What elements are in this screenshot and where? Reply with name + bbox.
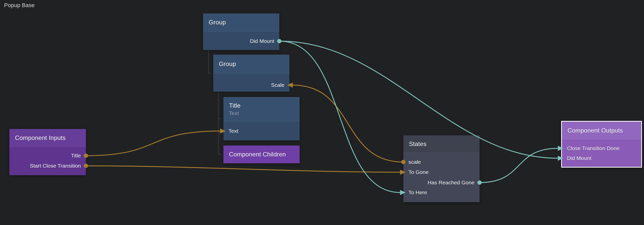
node-title: Group: [219, 60, 289, 68]
port-label-scale: scale: [408, 158, 421, 166]
node-group-2[interactable]: GroupScale: [213, 55, 289, 92]
node-component-outputs[interactable]: Component OutputsClose Transition DoneDi…: [561, 121, 642, 168]
canvas-title: Popup Base: [4, 2, 35, 9]
node-header: Group: [203, 13, 279, 31]
node-title: Component Inputs: [15, 134, 86, 141]
port-label-close-transition-done: Close Transition Done: [567, 144, 620, 152]
node-title: Group: [209, 19, 279, 26]
node-title: Component Outputs: [568, 127, 641, 134]
node-title: Title: [229, 102, 300, 109]
node-title: Component Children: [229, 151, 300, 158]
hierarchy-connector: [208, 50, 211, 73]
hierarchy-connector: [219, 92, 221, 154]
port-label-title: Title: [71, 152, 81, 159]
node-header: Component Outputs: [562, 122, 641, 139]
node-header: TitleText: [223, 97, 300, 121]
node-canvas[interactable]: GroupDid MountGroupScaleTitleTextTextCom…: [0, 0, 644, 225]
node-title: States: [409, 140, 480, 148]
node-header: Component Inputs: [9, 129, 86, 147]
port-label-to-gone: To Gone: [408, 168, 428, 176]
node-states[interactable]: StatesscaleTo GoneHas Reached GoneTo Her…: [403, 135, 480, 202]
node-header: Group: [213, 55, 289, 73]
node-header: States: [403, 135, 480, 153]
port-label-did-mount: Did Mount: [567, 154, 591, 162]
hierarchy-lines-layer: [0, 0, 644, 225]
node-group-1[interactable]: GroupDid Mount: [203, 13, 279, 50]
node-component-inputs[interactable]: Component InputsTitleStart Close Transit…: [9, 129, 86, 175]
port-label-has-reached-gone: Has Reached Gone: [428, 179, 474, 186]
port-label-text: Text: [228, 127, 238, 135]
port-label-did-mount: Did Mount: [250, 37, 274, 45]
port-label-start-close-transition: Start Close Transition: [30, 162, 81, 170]
node-component-children[interactable]: Component Children: [223, 146, 300, 163]
node-subtitle: Text: [229, 110, 300, 116]
port-label-to-here: To Here: [408, 189, 427, 196]
node-title[interactable]: TitleTextText: [223, 97, 300, 140]
port-label-scale: Scale: [271, 81, 284, 89]
node-header: Component Children: [223, 146, 300, 163]
